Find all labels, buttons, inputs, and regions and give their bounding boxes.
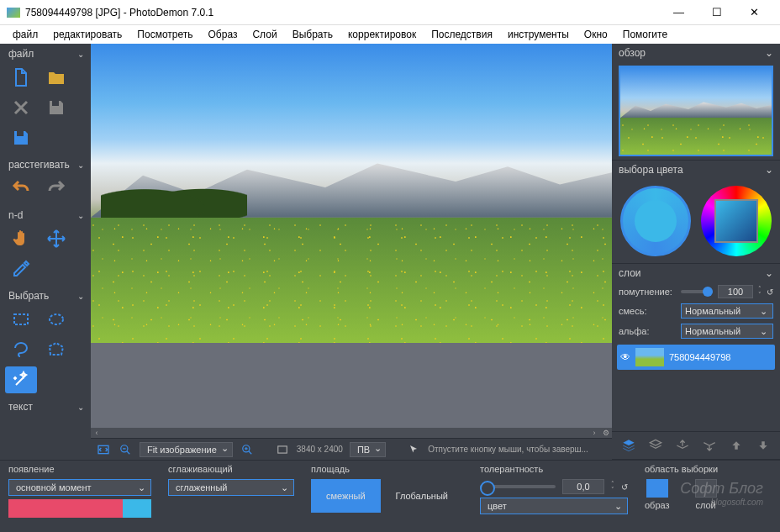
opacity-slider[interactable] — [681, 290, 713, 293]
toolbox-select-header[interactable]: Выбрать⌄ — [0, 287, 91, 304]
chevron-down-icon: ⌄ — [765, 47, 773, 59]
menu-adjust[interactable]: корректировок — [340, 27, 424, 42]
sample-area-label: область выборки — [645, 464, 718, 474]
area-contiguous-tab[interactable]: смежный — [311, 479, 381, 513]
layer-down-icon[interactable] — [753, 437, 773, 454]
menu-select[interactable]: Выбрать — [285, 27, 340, 42]
blend-select[interactable]: Нормальный — [681, 303, 773, 319]
window-title: 758094449798 [JPG] - PhotoDemon 7.0.1 — [25, 7, 660, 18]
eyedropper-tool-icon[interactable] — [5, 255, 37, 282]
sample-image-option[interactable]: образ — [645, 479, 670, 510]
lasso-select-icon[interactable] — [5, 336, 37, 363]
menu-image[interactable]: Образ — [201, 27, 245, 42]
status-hint: Отпустите кнопку мыши, чтобы заверш... — [428, 445, 607, 454]
smoothing-select[interactable]: сглаженный — [168, 479, 294, 496]
tolerance-down-icon[interactable]: ˅ — [611, 487, 614, 492]
toolbox-text-header[interactable]: текст⌄ — [0, 398, 91, 415]
save-as-icon[interactable] — [5, 124, 37, 151]
horizontal-scrollbar[interactable]: ‹ › ⚙ — [91, 428, 612, 438]
blend-label: смесь: — [619, 306, 676, 316]
opacity-up-icon[interactable]: ˄ — [758, 286, 762, 292]
wand-select-icon[interactable] — [5, 366, 37, 393]
cursor-icon — [406, 442, 421, 457]
color-wheel-hue[interactable] — [701, 186, 772, 256]
canvas-area: ‹ › ⚙ Fit изображение 3840 x 2400 ПВ Отп… — [91, 44, 612, 460]
zoom-select[interactable]: Fit изображение — [140, 442, 233, 457]
toolbox-undo-label: расстегивать — [8, 159, 70, 171]
sample-layer-option[interactable]: слой — [695, 479, 717, 510]
layers-header[interactable]: слои⌄ — [612, 264, 780, 282]
new-file-icon[interactable] — [5, 64, 37, 91]
layer-thumbnail — [635, 348, 664, 366]
toolbox-file-header[interactable]: файл⌄ — [0, 45, 91, 62]
menu-tools[interactable]: инструменты — [500, 27, 577, 42]
undo-icon[interactable] — [5, 175, 37, 202]
color-wheel-primary[interactable] — [620, 186, 691, 256]
tolerance-source-select[interactable]: цвет — [480, 498, 628, 514]
redo-icon[interactable] — [40, 175, 72, 202]
toolbox: файл⌄ расстегивать⌄ n-d⌄ — [0, 44, 91, 460]
color-picker-header[interactable]: выбора цвета⌄ — [612, 161, 780, 179]
chevron-down-icon: ⌄ — [77, 403, 84, 412]
menu-window[interactable]: Окно — [577, 27, 615, 42]
toolbox-file-label: файл — [8, 48, 34, 60]
polygon-select-icon[interactable] — [40, 336, 72, 363]
overview-thumbnail[interactable] — [619, 66, 773, 156]
tool-options-bar: появление основной момент сглаживающий с… — [0, 460, 780, 532]
close-button[interactable]: ✕ — [735, 0, 773, 25]
layers-label: слои — [619, 267, 641, 279]
open-file-icon[interactable] — [40, 64, 72, 91]
menu-view[interactable]: Посмотреть — [129, 27, 200, 42]
unit-select[interactable]: ПВ — [350, 442, 386, 457]
opacity-down-icon[interactable]: ˅ — [758, 292, 762, 298]
opacity-reset-icon[interactable]: ↺ — [767, 287, 773, 297]
svg-point-1 — [50, 314, 63, 324]
overview-header[interactable]: обзор⌄ — [612, 44, 780, 62]
color-swatch[interactable] — [8, 499, 151, 518]
right-panel: обзор⌄ выбора цвета⌄ слои⌄ помутнение: — [612, 44, 780, 460]
chevron-down-icon: ⌄ — [77, 292, 84, 301]
layer-up-icon[interactable] — [726, 437, 746, 454]
menu-effects[interactable]: Последствия — [424, 27, 500, 42]
fit-screen-icon[interactable] — [96, 442, 111, 457]
merge-up-icon[interactable] — [672, 437, 693, 454]
save-file-icon[interactable] — [40, 94, 72, 121]
canvas-image — [91, 44, 612, 343]
status-bar: Fit изображение 3840 x 2400 ПВ Отпустите… — [91, 438, 612, 460]
layer-item[interactable]: 👁 758094449798 — [617, 345, 775, 370]
scroll-right-icon[interactable]: › — [588, 429, 600, 437]
tolerance-reset-icon[interactable]: ↺ — [621, 482, 628, 492]
tolerance-up-icon[interactable]: ˄ — [611, 481, 614, 487]
close-file-icon[interactable] — [5, 94, 37, 121]
rect-select-icon[interactable] — [5, 306, 37, 333]
toolbox-nd-header[interactable]: n-d⌄ — [0, 207, 91, 224]
delete-layer-icon[interactable] — [646, 437, 666, 454]
canvas-viewport[interactable] — [91, 44, 612, 428]
menu-layer[interactable]: Слой — [245, 27, 284, 42]
area-global-tab[interactable]: Глобальный — [381, 479, 463, 513]
zoom-in-icon[interactable] — [240, 442, 255, 457]
canvas-settings-icon[interactable]: ⚙ — [600, 429, 612, 437]
zoom-out-icon[interactable] — [118, 442, 133, 457]
scroll-left-icon[interactable]: ‹ — [91, 429, 103, 437]
minimize-button[interactable]: — — [660, 0, 698, 25]
maximize-button[interactable]: ☐ — [698, 0, 735, 25]
ellipse-select-icon[interactable] — [40, 306, 72, 333]
merge-down-icon[interactable] — [699, 437, 719, 454]
hand-tool-icon[interactable] — [5, 225, 37, 252]
opacity-input[interactable] — [718, 285, 753, 298]
tolerance-slider[interactable] — [480, 485, 556, 488]
menu-file[interactable]: файл — [5, 27, 45, 42]
appearance-select[interactable]: основной момент — [8, 479, 151, 496]
chevron-down-icon: ⌄ — [765, 267, 773, 279]
add-layer-icon[interactable] — [619, 437, 639, 454]
toolbox-undo-header[interactable]: расстегивать⌄ — [0, 156, 91, 173]
move-tool-icon[interactable] — [40, 225, 72, 252]
opacity-label: помутнение: — [619, 287, 676, 297]
eye-icon[interactable]: 👁 — [620, 351, 630, 363]
alpha-select[interactable]: Нормальный — [681, 324, 773, 339]
tolerance-input[interactable] — [562, 479, 604, 494]
menu-edit[interactable]: редактировать — [45, 27, 129, 42]
svg-rect-5 — [278, 445, 287, 452]
menu-help[interactable]: Помогите — [615, 27, 675, 42]
